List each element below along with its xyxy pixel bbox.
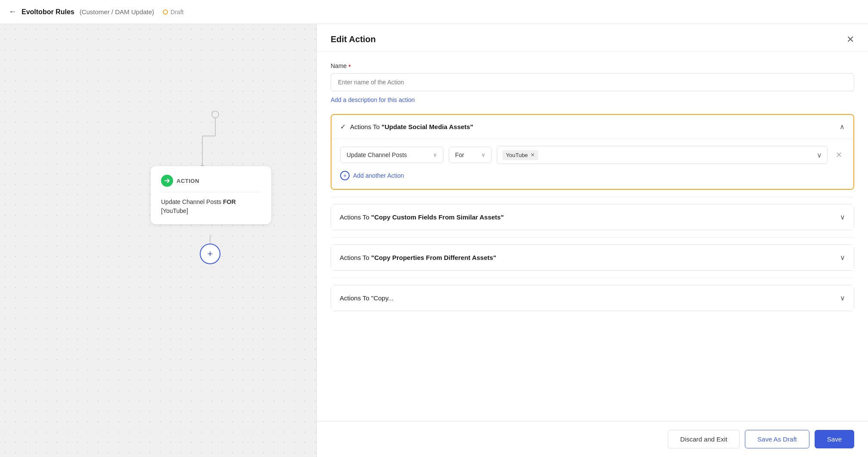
main-content: ACTION Update Channel Posts FOR[YouTube]…: [0, 24, 868, 457]
chevron-down-icon-2: ∨: [840, 213, 845, 221]
action-node: ACTION Update Channel Posts FOR[YouTube]: [151, 166, 271, 224]
accordion-item-1: ✓ Actions To "Update Social Media Assets…: [331, 114, 854, 190]
accordion-item-2: Actions To "Copy Custom Fields From Simi…: [331, 204, 854, 230]
discard-exit-button[interactable]: Discard and Exit: [668, 430, 740, 448]
accordion-header-4[interactable]: Actions To "Copy... ∨: [331, 285, 854, 311]
canvas-area: ACTION Update Channel Posts FOR[YouTube]…: [0, 24, 316, 457]
status-dot-icon: [163, 9, 168, 15]
name-field-group: Name • Add a description for this action: [331, 62, 854, 104]
page-subtitle: (Customer / DAM Update): [80, 8, 154, 15]
required-indicator: •: [348, 62, 351, 70]
add-node-button[interactable]: +: [200, 244, 220, 264]
accordion-title-3: Actions To "Copy Properties From Differe…: [340, 254, 496, 261]
for-select[interactable]: For ∨: [449, 147, 492, 163]
panel-footer: Discard and Exit Save As Draft Save: [317, 421, 868, 457]
accordion-title-4: Actions To "Copy...: [340, 294, 394, 302]
page-title: Evoltobor Rules: [22, 8, 74, 16]
app-header: ← Evoltobor Rules (Customer / DAM Update…: [0, 0, 868, 24]
accordion-body-1: Update Channel Posts ∨ For ∨: [332, 139, 853, 189]
divider-2: [331, 237, 854, 238]
action-node-icon: [161, 175, 173, 187]
actions-section: ✓ Actions To "Update Social Media Assets…: [331, 114, 854, 311]
chevron-down-icon-3: ∨: [840, 253, 845, 262]
update-channel-select[interactable]: Update Channel Posts ∨: [340, 147, 443, 163]
divider-3: [331, 278, 854, 278]
chevron-up-icon-1: ∧: [840, 123, 845, 131]
chevron-down-icon-4: ∨: [840, 294, 845, 302]
accordion-title-2: Actions To "Copy Custom Fields From Simi…: [340, 213, 504, 221]
save-button[interactable]: Save: [815, 430, 854, 448]
accordion-item-4: Actions To "Copy... ∨: [331, 285, 854, 311]
accordion-header-2[interactable]: Actions To "Copy Custom Fields From Simi…: [331, 204, 854, 230]
add-action-circle-icon: +: [340, 171, 350, 180]
divider-1: [331, 197, 854, 197]
add-another-label: Add another Action: [353, 172, 404, 179]
action-row-1: Update Channel Posts ∨ For ∨: [340, 146, 845, 164]
check-icon-1: ✓: [340, 123, 346, 131]
save-draft-button[interactable]: Save As Draft: [745, 430, 809, 448]
action-node-header: ACTION: [161, 175, 261, 192]
status-label: Draft: [170, 9, 183, 15]
panel-body: Name • Add a description for this action…: [317, 52, 868, 421]
panel-header: Edit Action ✕: [317, 24, 868, 52]
close-panel-button[interactable]: ✕: [846, 35, 854, 44]
tags-input[interactable]: YouTube ✕ ∨: [497, 146, 828, 164]
youtube-tag: YouTube ✕: [502, 150, 538, 160]
right-panel: Edit Action ✕ Name • Add a description f…: [316, 24, 868, 457]
youtube-tag-close[interactable]: ✕: [530, 152, 535, 158]
delete-row-button[interactable]: ✕: [833, 149, 845, 161]
add-description-link[interactable]: Add a description for this action: [331, 96, 415, 103]
action-node-label: ACTION: [177, 178, 199, 184]
action-node-description: Update Channel Posts FOR[YouTube]: [161, 198, 261, 216]
status-badge: Draft: [163, 9, 183, 15]
accordion-item-3: Actions To "Copy Properties From Differe…: [331, 244, 854, 271]
back-button[interactable]: ←: [9, 7, 16, 16]
accordion-header-1[interactable]: ✓ Actions To "Update Social Media Assets…: [332, 115, 853, 139]
name-field-label: Name •: [331, 62, 854, 70]
svg-point-0: [212, 111, 219, 118]
panel-title: Edit Action: [331, 34, 376, 44]
tags-chevron-icon: ∨: [817, 151, 822, 159]
accordion-header-3[interactable]: Actions To "Copy Properties From Differe…: [331, 245, 854, 270]
add-another-action-button[interactable]: + Add another Action: [340, 171, 404, 180]
accordion-title-1: Actions To "Update Social Media Assets": [350, 123, 473, 130]
name-input[interactable]: [331, 73, 854, 91]
